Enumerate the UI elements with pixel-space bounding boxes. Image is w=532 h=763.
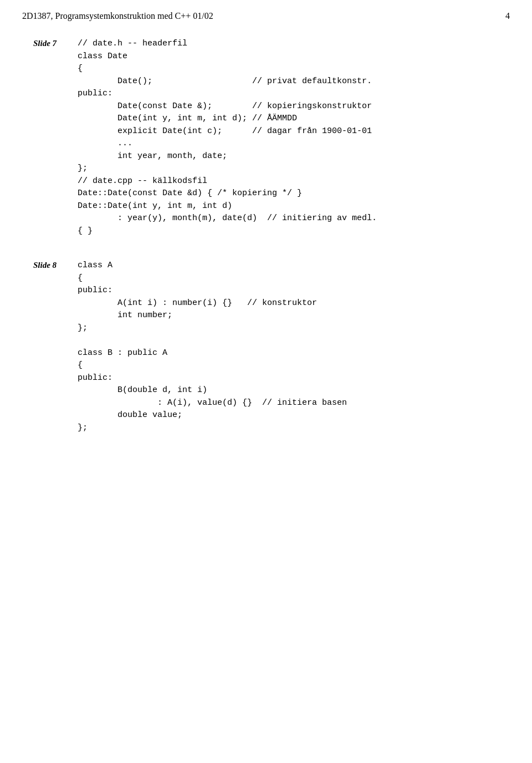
main-content: Slide 7 // date.h -- headerfil class Dat… <box>22 38 510 434</box>
page-header: 2D1387, Programsystemkonstruktion med C+… <box>22 11 510 21</box>
slide8-label: Slide 8 <box>33 260 78 434</box>
slide8-code: class A { public: A(int i) : number(i) {… <box>78 260 510 434</box>
slide8-section: Slide 8 class A { public: A(int i) : num… <box>33 260 510 434</box>
slide7-label: Slide 7 <box>33 38 78 237</box>
page-title: 2D1387, Programsystemkonstruktion med C+… <box>22 11 213 21</box>
slide7-section: Slide 7 // date.h -- headerfil class Dat… <box>33 38 510 237</box>
page-number: 4 <box>505 11 510 21</box>
slide7-code: // date.h -- headerfil class Date { Date… <box>78 38 510 237</box>
